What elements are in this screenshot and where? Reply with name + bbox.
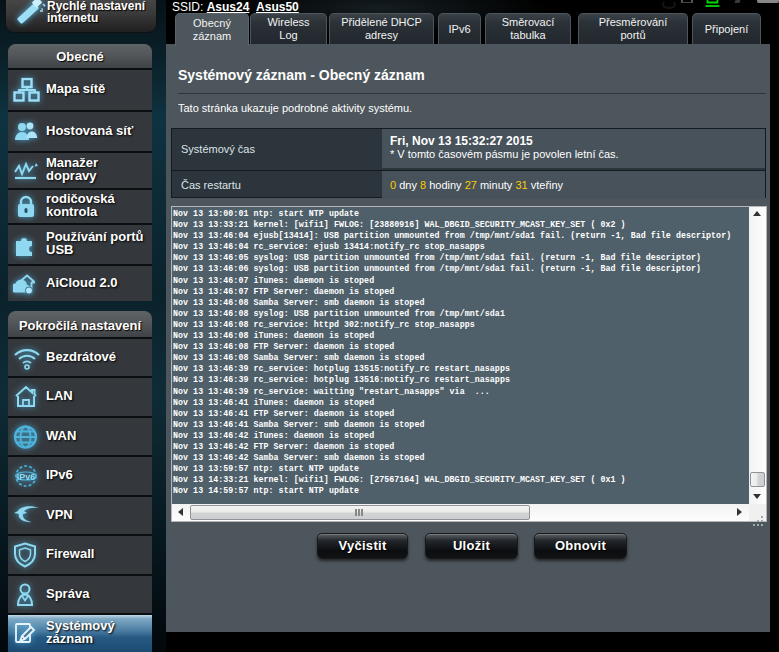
svg-text:IPv6: IPv6: [17, 472, 36, 482]
